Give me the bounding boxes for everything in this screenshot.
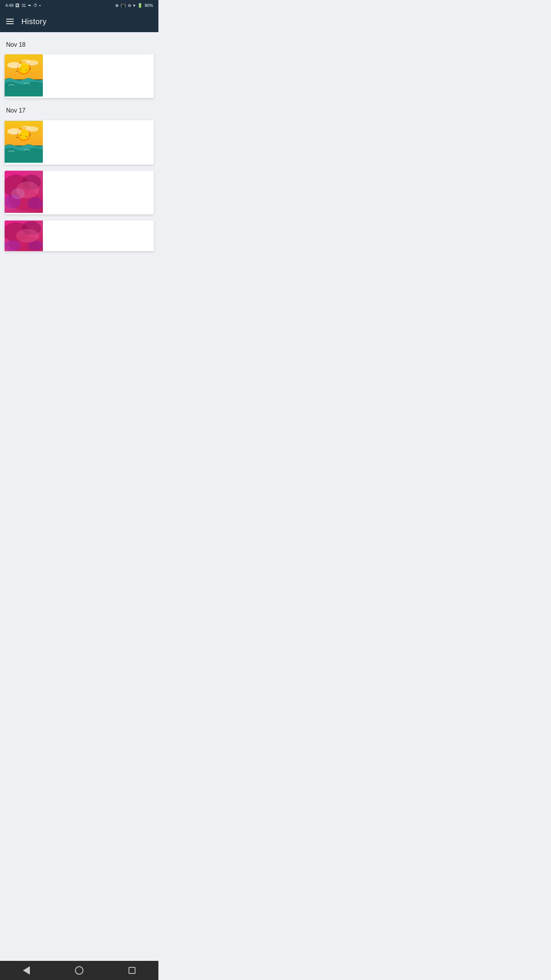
card-image-fitbit-2 xyxy=(5,121,154,164)
card-interest-fitbit-completed[interactable]: Interest in Fitbit Completed xyxy=(5,54,154,98)
card-image-fitbit-1 xyxy=(5,54,154,98)
app-bar: History xyxy=(0,11,158,32)
hamburger-line-2 xyxy=(6,21,14,22)
add-circle-icon: ⊕ xyxy=(115,3,119,8)
svg-point-19 xyxy=(28,197,43,209)
svg-point-5 xyxy=(21,59,30,63)
hamburger-line-1 xyxy=(6,19,14,20)
status-bar: 4:49 🖼 31 ✒ ⏱ • ⊕ 📳 ⊖ ▾ 🔋 80% xyxy=(0,0,158,11)
time-display: 4:49 xyxy=(5,3,13,8)
status-right: ⊕ 📳 ⊖ ▾ 🔋 80% xyxy=(115,3,153,8)
svg-point-28 xyxy=(16,229,39,243)
dot-icon: • xyxy=(39,3,41,8)
minus-circle-icon: ⊖ xyxy=(128,3,131,8)
menu-button[interactable] xyxy=(6,19,14,24)
svg-point-26 xyxy=(5,240,21,251)
timer-icon: ⏱ xyxy=(33,3,37,8)
hamburger-line-3 xyxy=(6,23,14,24)
status-left: 4:49 🖼 31 ✒ ⏱ • xyxy=(5,3,41,8)
date-header-nov17: Nov 17 xyxy=(0,104,158,120)
page-title: History xyxy=(21,17,47,26)
battery-percent: 80% xyxy=(145,3,153,8)
date-header-nov18: Nov 18 xyxy=(0,38,158,54)
card-image-vas xyxy=(5,220,154,251)
gallery-icon: 🖼 xyxy=(15,3,20,8)
card-vas-health-partial[interactable]: VAS Health xyxy=(5,220,154,251)
content-area: Nov 18 xyxy=(0,32,158,283)
card-image-suds xyxy=(5,171,154,214)
feather-icon: ✒ xyxy=(28,3,31,8)
calendar-icon: 31 xyxy=(21,3,26,8)
svg-point-10 xyxy=(7,128,21,134)
vibrate-icon: 📳 xyxy=(121,3,126,8)
date-section-nov18: Nov 18 xyxy=(0,38,158,98)
battery-icon: 🔋 xyxy=(137,3,143,8)
card-suds[interactable]: SUDS Not Completed xyxy=(5,171,154,214)
wifi-icon: ▾ xyxy=(133,3,135,8)
svg-point-21 xyxy=(11,188,25,199)
svg-point-3 xyxy=(7,62,21,68)
date-section-nov17: Nov 17 xyxy=(0,104,158,251)
svg-point-12 xyxy=(21,126,30,129)
card-interest-fitbit-not-completed[interactable]: Interest in Fitbit Not Completed xyxy=(5,120,154,165)
